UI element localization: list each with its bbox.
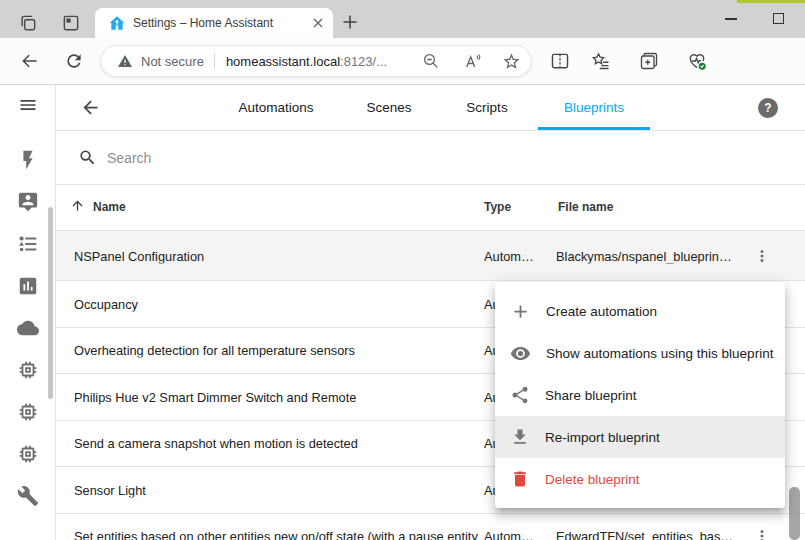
history-icon[interactable] [17,275,39,297]
menu-item-share-blueprint[interactable]: Share blueprint [495,374,785,416]
cell-type: Autom… [484,529,534,540]
back-icon[interactable] [20,51,40,71]
ha-header: Automations Scenes Scripts Blueprints ? [56,85,805,131]
share-icon [510,385,530,405]
search-input[interactable] [107,150,707,166]
vertical-tabs-icon[interactable] [61,13,81,33]
menu-item-label: Create automation [546,304,657,319]
add-favorite-icon[interactable] [502,52,521,71]
browser-tab[interactable]: Settings – Home Assistant [95,8,333,38]
security-label: Not secure [141,54,204,69]
menu-item-label: Delete blueprint [545,472,640,487]
cell-name: Overheating detection for all temperatur… [74,343,355,358]
menu-item-label: Share blueprint [545,388,637,403]
new-tab-icon[interactable] [342,14,358,30]
url-host: homeassistant.local [226,54,340,69]
site-warning-icon[interactable] [117,53,133,69]
tab-title: Settings – Home Assistant [133,16,313,30]
page-scrollbar-thumb[interactable] [789,487,800,540]
back-arrow-icon[interactable] [80,97,101,118]
close-tab-icon[interactable] [313,18,323,28]
search-bar [56,131,805,185]
url-text: homeassistant.local:8123/... [226,54,422,69]
maximize-button[interactable] [773,13,784,24]
column-file-name[interactable]: File name [558,200,613,214]
tab-automations[interactable]: Automations [238,85,313,131]
ha-sidebar [0,85,56,540]
delete-icon [510,469,530,489]
menu-item-label: Re-import blueprint [545,430,660,445]
cell-name: Sensor Light [74,482,146,497]
split-screen-icon[interactable] [550,51,570,71]
cell-name: Set entities based on other entities new… [74,529,478,540]
refresh-icon[interactable] [64,51,84,71]
table-row[interactable]: Set entities based on other entities new… [56,514,805,540]
eye-icon [510,343,531,364]
sidebar-scrollbar[interactable] [48,207,53,399]
cloud-icon[interactable] [17,317,39,339]
zoom-out-icon[interactable] [422,52,440,70]
map-icon[interactable] [17,191,39,213]
cell-name: Occupancy [74,296,138,311]
cell-name: Send a camera snapshot when motion is de… [74,436,358,451]
collections-icon[interactable] [639,51,659,71]
column-type[interactable]: Type [484,200,511,214]
energy-icon[interactable] [17,149,39,171]
active-tab-underline [538,127,650,130]
address-bar[interactable]: Not secure homeassistant.local:8123/... [100,45,532,77]
blueprint-context-menu: Create automation Show automations using… [495,282,785,508]
address-divider [214,53,215,69]
chip-icon-1[interactable] [17,359,39,381]
cell-name: Philips Hue v2 Smart Dimmer Switch and R… [74,389,356,404]
cell-type: Autom… [484,248,534,263]
chip-icon-3[interactable] [17,443,39,465]
desktop-sliver [737,0,805,3]
browser-toolbar: Not secure homeassistant.local:8123/... [0,38,805,85]
menu-icon[interactable] [18,95,38,115]
tab-scenes[interactable]: Scenes [366,85,411,131]
workspaces-icon[interactable] [18,13,38,33]
tab-scripts[interactable]: Scripts [466,85,507,131]
menu-item-show-automations[interactable]: Show automations using this blueprint [495,332,785,374]
tab-blueprints[interactable]: Blueprints [564,85,624,131]
minimize-button[interactable] [725,18,737,20]
cell-file: Blackymas/nspanel_blueprin… [556,248,732,263]
menu-item-label: Show automations using this blueprint [546,346,773,361]
plus-icon [510,301,531,322]
menu-item-delete-blueprint[interactable]: Delete blueprint [495,458,785,500]
favorites-icon[interactable] [591,51,611,71]
row-menu-icon[interactable] [753,527,771,540]
read-aloud-icon[interactable] [462,52,481,71]
tools-icon[interactable] [17,485,39,507]
row-menu-icon[interactable] [753,247,771,265]
download-icon [510,427,530,447]
help-icon[interactable]: ? [758,98,778,118]
table-header: Name Type File name [56,185,805,231]
home-assistant-page: Automations Scenes Scripts Blueprints ? … [0,85,805,540]
menu-item-reimport-blueprint[interactable]: Re-import blueprint [495,416,785,458]
column-name[interactable]: Name [93,200,126,214]
menu-item-create-automation[interactable]: Create automation [495,290,785,332]
browser-essentials-icon[interactable] [687,51,707,71]
home-assistant-favicon [109,15,125,31]
chip-icon-2[interactable] [17,401,39,423]
cell-name: NSPanel Configuration [74,248,204,263]
table-row[interactable]: NSPanel Configuration Autom… Blackymas/n… [56,231,805,281]
sort-arrow-icon[interactable] [70,198,85,213]
browser-tabstrip: Settings – Home Assistant [0,0,805,38]
logbook-icon[interactable] [17,233,39,255]
browser-window: Settings – Home Assistant Not secure hom… [0,0,805,540]
search-icon [78,148,97,167]
cell-file: EdwardTFN/set_entities_bas… [556,529,733,540]
url-path: :8123/... [340,54,387,69]
